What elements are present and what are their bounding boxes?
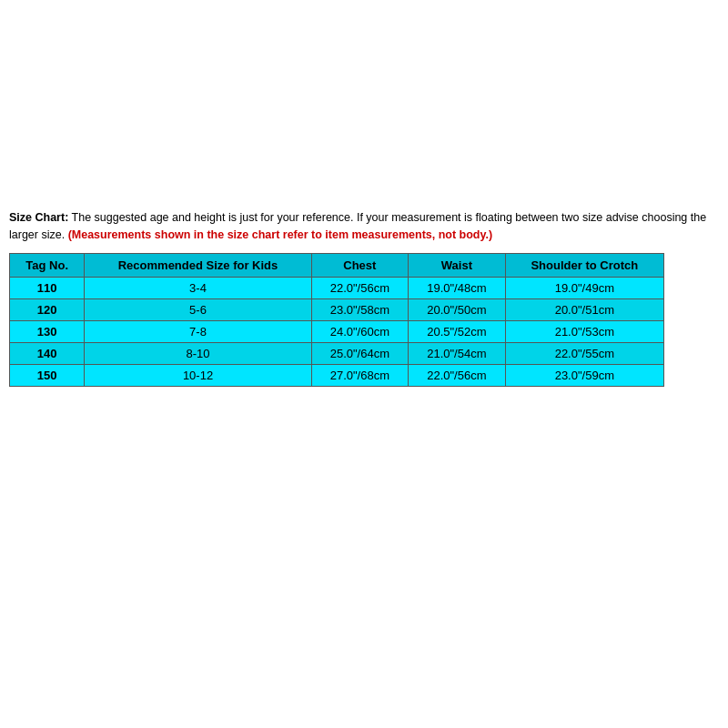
intro-label: Size Chart: xyxy=(9,211,68,224)
table-cell: 22.0"/56cm xyxy=(311,277,409,298)
table-cell: 10-12 xyxy=(85,364,311,386)
table-cell: 7-8 xyxy=(85,320,311,342)
table-cell: 20.5"/52cm xyxy=(409,320,506,342)
table-cell: 24.0"/60cm xyxy=(311,320,409,342)
table-cell: 21.0"/53cm xyxy=(505,320,663,342)
table-cell: 130 xyxy=(10,320,85,342)
size-table: Tag No. Recommended Size for Kids Chest … xyxy=(9,253,664,387)
col-header-waist: Waist xyxy=(409,253,506,277)
table-cell: 22.0"/55cm xyxy=(505,342,663,364)
table-cell: 3-4 xyxy=(85,277,311,298)
table-cell: 20.0"/51cm xyxy=(505,298,663,320)
table-cell: 150 xyxy=(10,364,85,386)
table-cell: 110 xyxy=(10,277,85,298)
table-cell: 20.0"/50cm xyxy=(409,298,506,320)
top-spacer xyxy=(9,18,719,209)
table-cell: 21.0"/54cm xyxy=(409,342,506,364)
page-container: Size Chart: The suggested age and height… xyxy=(0,0,728,728)
table-cell: 5-6 xyxy=(85,298,311,320)
table-cell: 120 xyxy=(10,298,85,320)
table-row: 1307-824.0"/60cm20.5"/52cm21.0"/53cm xyxy=(10,320,664,342)
table-cell: 27.0"/68cm xyxy=(311,364,409,386)
header-row: Tag No. Recommended Size for Kids Chest … xyxy=(10,253,664,277)
intro-highlight: (Measurements shown in the size chart re… xyxy=(68,228,493,241)
col-header-tag: Tag No. xyxy=(10,253,85,277)
table-header: Tag No. Recommended Size for Kids Chest … xyxy=(10,253,664,277)
table-cell: 140 xyxy=(10,342,85,364)
table-row: 1205-623.0"/58cm20.0"/50cm20.0"/51cm xyxy=(10,298,664,320)
table-cell: 22.0"/56cm xyxy=(409,364,506,386)
size-chart-intro: Size Chart: The suggested age and height… xyxy=(9,209,719,244)
table-cell: 19.0"/48cm xyxy=(409,277,506,298)
table-cell: 19.0"/49cm xyxy=(505,277,663,298)
table-cell: 8-10 xyxy=(85,342,311,364)
table-cell: 23.0"/58cm xyxy=(311,298,409,320)
col-header-chest: Chest xyxy=(311,253,409,277)
table-cell: 23.0"/59cm xyxy=(505,364,663,386)
table-cell: 25.0"/64cm xyxy=(311,342,409,364)
table-row: 15010-1227.0"/68cm22.0"/56cm23.0"/59cm xyxy=(10,364,664,386)
table-row: 1103-422.0"/56cm19.0"/48cm19.0"/49cm xyxy=(10,277,664,298)
table-body: 1103-422.0"/56cm19.0"/48cm19.0"/49cm1205… xyxy=(10,277,664,386)
col-header-recommended: Recommended Size for Kids xyxy=(85,253,311,277)
table-row: 1408-1025.0"/64cm21.0"/54cm22.0"/55cm xyxy=(10,342,664,364)
col-header-shoulder: Shoulder to Crotch xyxy=(505,253,663,277)
